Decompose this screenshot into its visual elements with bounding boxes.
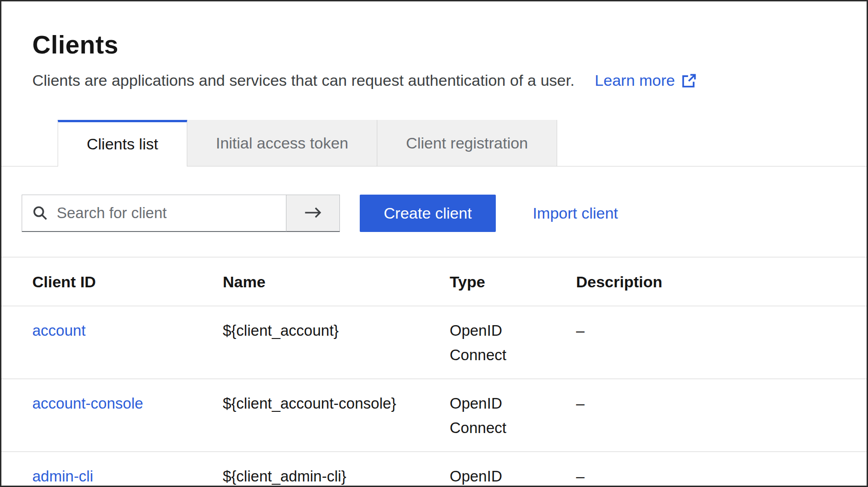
column-header-type: Type <box>450 257 576 306</box>
tab-initial-access-token[interactable]: Initial access token <box>187 120 377 166</box>
search-submit-button[interactable] <box>286 195 340 232</box>
clients-table-wrap: Client ID Name Type Description account … <box>1 257 867 487</box>
import-client-link[interactable]: Import client <box>533 204 618 222</box>
clients-table: Client ID Name Type Description account … <box>1 257 867 487</box>
cell-client-id: account-console <box>1 379 223 452</box>
cell-description: – <box>576 452 867 487</box>
client-link-account-console[interactable]: account-console <box>32 395 143 412</box>
clients-toolbar: Create client Import client <box>1 166 867 232</box>
tab-initial-access-token-label: Initial access token <box>216 134 348 152</box>
cell-name: ${client_account-console} <box>223 379 450 452</box>
clients-page: Clients Clients are applications and ser… <box>0 0 868 487</box>
page-title: Clients <box>32 30 836 59</box>
arrow-right-icon <box>303 206 323 221</box>
learn-more-link[interactable]: Learn more <box>595 71 697 89</box>
table-row: account ${client_account} OpenID Connect… <box>1 306 867 379</box>
cell-description: – <box>576 306 867 379</box>
tab-clients-list[interactable]: Clients list <box>58 120 187 166</box>
client-link-account[interactable]: account <box>32 322 86 339</box>
cell-type-text: OpenID Connect <box>450 318 533 367</box>
tabs-bar: Clients list Initial access token Client… <box>1 120 867 166</box>
cell-client-id: admin-cli <box>1 452 223 487</box>
create-client-button[interactable]: Create client <box>360 195 496 232</box>
cell-type: OpenID Connect <box>450 306 576 379</box>
learn-more-label: Learn more <box>595 71 675 89</box>
page-subtitle: Clients are applications and services th… <box>32 71 575 89</box>
tab-client-registration-label: Client registration <box>406 134 528 152</box>
cell-client-id: account <box>1 306 223 379</box>
tab-client-registration[interactable]: Client registration <box>377 120 557 166</box>
table-row: account-console ${client_account-console… <box>1 379 867 452</box>
cell-description: – <box>576 379 867 452</box>
page-header: Clients Clients are applications and ser… <box>1 1 867 89</box>
search-box <box>22 195 286 232</box>
page-subtitle-row: Clients are applications and services th… <box>32 71 836 89</box>
table-header-row: Client ID Name Type Description <box>1 257 867 306</box>
tab-clients-list-label: Clients list <box>87 135 158 153</box>
search-group <box>22 195 340 232</box>
cell-type: OpenID Connect <box>450 379 576 452</box>
cell-type-text: OpenID Connect <box>450 391 533 440</box>
column-header-description: Description <box>576 257 867 306</box>
cell-name: ${client_account} <box>223 306 450 379</box>
cell-type: OpenID Connect <box>450 452 576 487</box>
column-header-client-id: Client ID <box>1 257 223 306</box>
client-link-admin-cli[interactable]: admin-cli <box>32 468 93 485</box>
external-link-icon <box>681 73 697 89</box>
cell-name: ${client_admin-cli} <box>223 452 450 487</box>
column-header-name: Name <box>223 257 450 306</box>
search-input[interactable] <box>22 195 286 232</box>
table-row: admin-cli ${client_admin-cli} OpenID Con… <box>1 452 867 487</box>
cell-type-text: OpenID Connect <box>450 464 533 487</box>
